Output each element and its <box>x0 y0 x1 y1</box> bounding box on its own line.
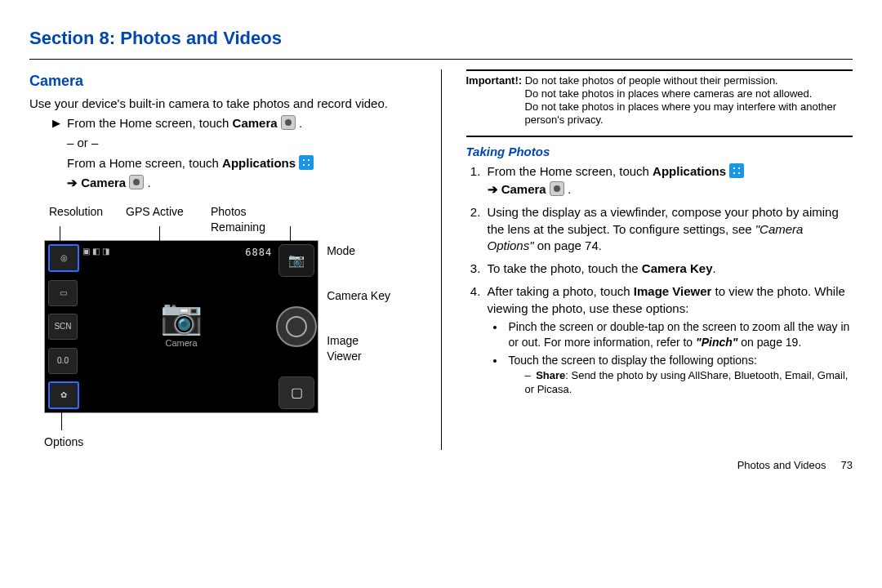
right-button-rail: 📷 ▢ <box>278 244 314 409</box>
status-mini-icons: ▣ ◧ ◨ <box>82 246 109 257</box>
view-options: Pinch the screen or double-tap on the sc… <box>506 319 853 397</box>
page-footer: Photos and Videos 73 <box>29 458 853 473</box>
camera-icon <box>129 175 144 189</box>
shutter-button[interactable] <box>276 306 317 347</box>
important-lead: Important!: <box>466 74 523 87</box>
camera-screen: ▣ ◧ ◨ 6884 ◎ ▭ SCN 0.0 ✿ 📷 Camera <box>44 240 318 413</box>
right-column: Important!: Do not take photos of people… <box>466 69 853 450</box>
viewfinder-center: 📷 Camera <box>160 300 203 350</box>
right-callouts: Mode Camera Key Image Viewer <box>327 243 395 364</box>
bullet-touch-options: Touch the screen to display the followin… <box>506 353 853 397</box>
callout-line <box>290 226 291 241</box>
bullet-pinch: Pinch the screen or double-tap on the sc… <box>506 319 853 350</box>
camera-diagram: Resolution GPS Active Photos Remaining ▣… <box>44 204 395 450</box>
label-options: Options <box>44 434 395 450</box>
resolution-button[interactable]: ◎ <box>48 244 79 272</box>
camera-intro: Use your device's built-in camera to tak… <box>29 96 416 112</box>
callout-line <box>61 412 62 430</box>
left-button-rail: ◎ ▭ SCN 0.0 ✿ <box>48 244 78 409</box>
label-resolution: Resolution <box>49 204 106 235</box>
footer-section: Photos and Videos <box>737 458 826 473</box>
step-home-text: From the Home screen, touch Camera . – o… <box>67 115 314 191</box>
label-camera-key: Camera Key <box>327 288 395 304</box>
photos-remaining-value: 6884 <box>245 246 272 259</box>
camera-icon <box>281 115 296 130</box>
steps-list: From the Home screen, touch Applications… <box>466 163 853 397</box>
play-bullet-icon: ▶ <box>52 115 60 131</box>
top-callouts: Resolution GPS Active Photos Remaining <box>49 204 395 235</box>
column-divider <box>441 69 442 450</box>
image-viewer-button[interactable]: ▢ <box>278 376 314 409</box>
label-photos-remaining: Photos Remaining <box>211 204 301 235</box>
manual-page: Section 8: Photos and Videos Camera Use … <box>0 0 882 485</box>
step-2: Using the display as a viewfinder, compo… <box>484 204 853 254</box>
step-4: After taking a photo, touch Image Viewer… <box>484 283 853 396</box>
taking-photos-heading: Taking Photos <box>466 144 853 160</box>
step-home: ▶ From the Home screen, touch Camera . –… <box>52 115 416 191</box>
apps-icon <box>729 163 744 178</box>
title-divider <box>29 59 853 60</box>
label-mode: Mode <box>327 243 395 259</box>
arrow-icon: ➔ <box>488 182 501 196</box>
step-1: From the Home screen, touch Applications… <box>484 163 853 198</box>
step-3: To take the photo, touch the Camera Key. <box>484 261 853 277</box>
or-separator: – or – <box>67 135 314 151</box>
center-label: Camera <box>160 337 203 350</box>
left-column: Camera Use your device's built-in camera… <box>29 69 416 450</box>
camera-glyph-icon: 📷 <box>160 300 203 334</box>
footer-page-number: 73 <box>841 458 853 473</box>
callout-line <box>60 226 60 241</box>
flash-button[interactable]: ▭ <box>48 280 78 306</box>
camera-icon <box>550 181 564 196</box>
scene-button[interactable]: SCN <box>48 314 78 340</box>
camera-heading: Camera <box>29 71 416 91</box>
section-title: Section 8: Photos and Videos <box>29 26 853 51</box>
important-note: Important!: Do not take photos of people… <box>466 69 853 137</box>
label-image-viewer: Image Viewer <box>327 333 395 364</box>
arrow-icon: ➔ <box>67 176 81 189</box>
two-columns: Camera Use your device's built-in camera… <box>29 69 853 450</box>
dash-icon: – <box>525 368 533 383</box>
mode-button[interactable]: 📷 <box>278 244 314 277</box>
suboption-share: – Share: Send the photo by using AllShar… <box>525 368 853 397</box>
label-gps-active: GPS Active <box>126 204 191 235</box>
settings-button[interactable]: ✿ <box>48 381 79 409</box>
important-body: Do not take photos in places where camer… <box>525 87 853 127</box>
exposure-button[interactable]: 0.0 <box>48 348 78 374</box>
apps-icon <box>299 155 314 170</box>
bold-camera: Camera <box>233 116 278 130</box>
bold-camera-2: Camera <box>81 176 126 189</box>
callout-line <box>159 226 160 241</box>
bold-applications: Applications <box>222 156 296 170</box>
